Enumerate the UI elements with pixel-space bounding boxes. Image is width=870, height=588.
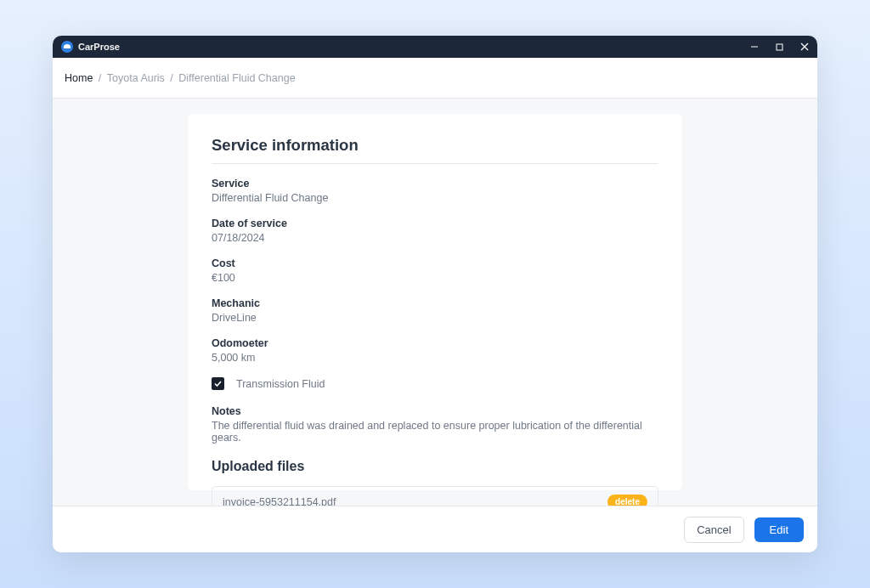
window-controls bbox=[750, 42, 809, 51]
titlebar: CarProse bbox=[53, 36, 817, 58]
field-mechanic: Mechanic DriveLine bbox=[212, 297, 658, 324]
field-label: Date of service bbox=[212, 218, 658, 229]
file-row: invoice-5953211154.pdf delete bbox=[212, 486, 658, 506]
svg-rect-1 bbox=[777, 44, 782, 50]
breadcrumb-page: Differential Fluid Change bbox=[178, 72, 295, 84]
checkbox-transmission-fluid[interactable]: Transmission Fluid bbox=[212, 377, 658, 390]
cancel-button[interactable]: Cancel bbox=[684, 517, 743, 543]
field-service: Service Differential Fluid Change bbox=[212, 178, 658, 204]
field-value: 5,000 km bbox=[212, 352, 658, 364]
field-cost: Cost €100 bbox=[212, 257, 658, 284]
field-label: Cost bbox=[212, 257, 658, 269]
field-notes: Notes The differential fluid was drained… bbox=[212, 405, 658, 444]
checkbox-label: Transmission Fluid bbox=[236, 378, 325, 390]
app-title: CarProse bbox=[78, 42, 120, 52]
service-info-card: Service information Service Differential… bbox=[188, 114, 682, 490]
breadcrumb-separator: / bbox=[95, 72, 104, 84]
field-date: Date of service 07/18/2024 bbox=[212, 218, 658, 244]
content-area: Service information Service Differential… bbox=[53, 99, 817, 506]
field-value: 07/18/2024 bbox=[212, 232, 658, 244]
field-label: Odomoeter bbox=[212, 337, 658, 349]
breadcrumb-home[interactable]: Home bbox=[65, 72, 93, 84]
app-logo-icon bbox=[61, 41, 73, 53]
field-value: DriveLine bbox=[212, 312, 658, 324]
app-window: CarProse Home / Toyota Auris / Different… bbox=[53, 36, 817, 552]
uploaded-files-title: Uploaded files bbox=[212, 459, 658, 474]
bottom-bar: Cancel Edit bbox=[53, 506, 817, 552]
file-name[interactable]: invoice-5953211154.pdf bbox=[223, 496, 336, 506]
breadcrumb: Home / Toyota Auris / Differential Fluid… bbox=[53, 58, 817, 99]
checkbox-icon bbox=[212, 377, 224, 390]
field-value: The differential fluid was drained and r… bbox=[212, 420, 658, 444]
delete-file-button[interactable]: delete bbox=[607, 495, 647, 506]
field-value: Differential Fluid Change bbox=[212, 192, 658, 204]
field-odometer: Odomoeter 5,000 km bbox=[212, 337, 658, 364]
breadcrumb-separator: / bbox=[167, 72, 176, 84]
field-label: Notes bbox=[212, 405, 658, 417]
field-label: Service bbox=[212, 178, 658, 189]
divider bbox=[212, 163, 658, 164]
app-logo-wrap: CarProse bbox=[61, 41, 120, 53]
maximize-icon[interactable] bbox=[776, 43, 783, 51]
field-label: Mechanic bbox=[212, 297, 658, 309]
close-icon[interactable] bbox=[800, 42, 809, 51]
card-title: Service information bbox=[212, 136, 658, 155]
breadcrumb-vehicle[interactable]: Toyota Auris bbox=[107, 72, 165, 84]
minimize-icon[interactable] bbox=[750, 42, 759, 51]
edit-button[interactable]: Edit bbox=[754, 517, 804, 542]
field-value: €100 bbox=[212, 272, 658, 284]
